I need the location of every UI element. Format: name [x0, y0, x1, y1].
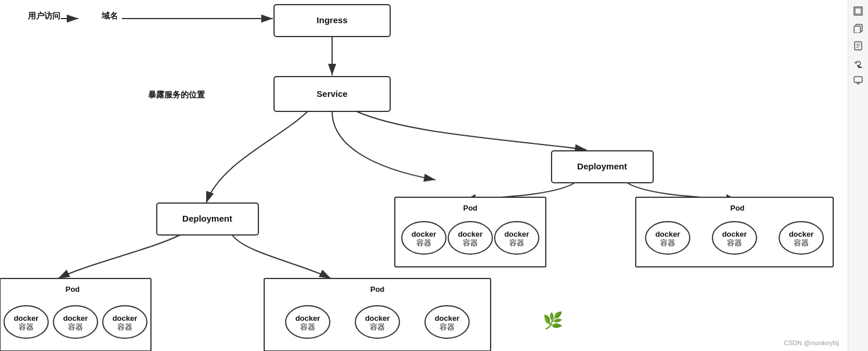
pod3-docker2-label: docker [458, 230, 483, 238]
pod4-docker1-cn: 容器 [660, 238, 675, 247]
pod3-docker2-cn: 容器 [463, 238, 478, 247]
pod4-docker2-cn: 容器 [727, 238, 742, 247]
watermark: CSDN @monkeyhlj [784, 339, 839, 346]
diagram-area: 用户访问 域名 Ingress Service 暴露服务的位置 Deployme… [0, 0, 848, 351]
sidebar-comment-icon[interactable] [852, 74, 865, 87]
deployment1-label: Deployment [182, 214, 232, 223]
arrow-deploy1-to-pod2 [232, 235, 331, 278]
pod1-docker1-cn: 容器 [19, 323, 34, 331]
pod2-docker1-cn: 容器 [300, 323, 315, 331]
pod4-label: Pod [730, 204, 745, 212]
svg-rect-9 [854, 77, 862, 82]
arrow-service-to-deploy1 [206, 111, 308, 203]
arrow-service-to-deploy2 [332, 111, 435, 180]
pod2-label: Pod [370, 285, 385, 294]
pod1-label: Pod [66, 285, 80, 294]
service-label: Service [316, 89, 347, 99]
pod4-docker3-cn: 容器 [794, 238, 809, 247]
arrow-service-to-deploy3 [356, 111, 586, 150]
pod4-docker3-label: docker [789, 230, 814, 238]
pod3-docker1-label: docker [412, 230, 437, 238]
sidebar-copy-icon[interactable] [852, 22, 865, 35]
main-svg: 用户访问 域名 Ingress Service 暴露服务的位置 Deployme… [0, 0, 848, 351]
pod3-label: Pod [463, 204, 478, 212]
domain-label: 域名 [101, 11, 118, 20]
arrow-deploy1-to-pod1 [58, 235, 180, 278]
leaf-icon: 🌿 [543, 311, 563, 330]
svg-rect-2 [855, 8, 861, 14]
pod2-docker3-cn: 容器 [440, 323, 455, 331]
pod2-docker2-cn: 容器 [370, 323, 385, 331]
pod4-docker2-label: docker [722, 230, 747, 238]
sidebar-undo-icon[interactable] [852, 57, 865, 70]
pod2-docker1-label: docker [296, 314, 320, 323]
pod1-docker2-label: docker [63, 314, 88, 323]
expose-label: 暴露服务的位置 [148, 90, 205, 99]
sidebar-document-icon[interactable] [852, 39, 865, 52]
pod1-docker1-label: docker [14, 314, 39, 323]
sidebar [848, 0, 868, 351]
pod1-docker3-cn: 容器 [117, 323, 132, 331]
pod3-docker3-cn: 容器 [509, 238, 524, 247]
sidebar-maximize-icon[interactable] [852, 5, 865, 17]
pod3-docker3-label: docker [505, 230, 530, 238]
svg-rect-4 [854, 26, 860, 33]
pod3-docker1-cn: 容器 [416, 238, 431, 247]
pod4-docker1-label: docker [655, 230, 680, 238]
ingress-label: Ingress [316, 15, 347, 25]
user-access-label: 用户访问 [27, 11, 60, 20]
pod1-docker2-cn: 容器 [68, 323, 83, 331]
pod2-docker3-label: docker [435, 314, 460, 323]
pod2-docker2-label: docker [365, 314, 390, 323]
deployment2-label: Deployment [577, 161, 627, 171]
pod1-docker3-label: docker [113, 314, 138, 323]
